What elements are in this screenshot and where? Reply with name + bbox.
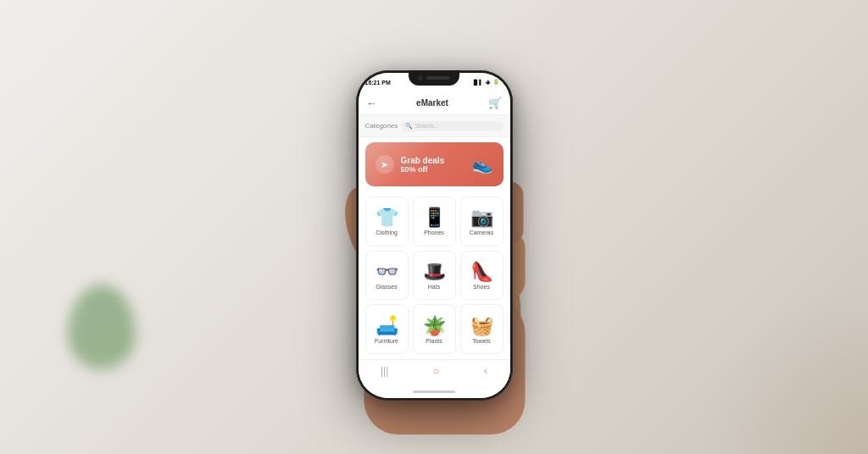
category-item-glasses[interactable]: 👓Glasses: [365, 251, 409, 301]
search-input[interactable]: 🔍 Search...: [401, 121, 503, 131]
category-label-glasses: Glasses: [376, 284, 397, 290]
home-bar: [413, 390, 455, 393]
category-icon-hats: 🎩: [423, 263, 446, 281]
scene: 16:21 PM ▐▌▌ ᯽ 🔋 ← eMarket 🛒: [0, 0, 868, 454]
phone-screen: 16:21 PM ▐▌▌ ᯽ 🔋 ← eMarket 🛒: [359, 73, 510, 398]
nav-menu-icon[interactable]: |||: [381, 365, 388, 377]
banner-text: Grab deals 50% off: [401, 156, 472, 174]
category-item-hats[interactable]: 🎩Hats: [413, 251, 456, 301]
signal-icon: ▐▌▌: [472, 80, 483, 85]
banner-product-icon: 👟: [472, 154, 493, 174]
notch-camera: [418, 75, 423, 80]
cart-button[interactable]: 🛒: [488, 97, 502, 109]
promo-banner[interactable]: ➤ Grab deals 50% off 👟: [365, 142, 504, 186]
category-label-hats: Hats: [428, 284, 440, 290]
status-time: 16:21 PM: [365, 80, 391, 86]
search-bar: Categories 🔍 Search...: [359, 115, 510, 137]
search-placeholder: Search...: [415, 123, 438, 129]
notch: [409, 70, 459, 86]
category-item-shoes[interactable]: 👠Shoes: [460, 251, 504, 301]
category-icon-furniture: 🛋️: [376, 317, 398, 335]
banner-arrow-icon: ➤: [376, 155, 394, 174]
category-label-clothing: Clothing: [376, 230, 398, 235]
nav-back-icon[interactable]: ‹: [484, 365, 487, 377]
category-icon-towels: 🧺: [470, 317, 493, 335]
top-nav: ← eMarket 🛒: [359, 91, 510, 115]
home-indicator: [359, 385, 510, 398]
back-button[interactable]: ←: [367, 97, 377, 109]
category-item-plants[interactable]: 🪴Plants: [413, 304, 456, 354]
app-title: eMarket: [416, 98, 448, 108]
categories-label: Categories: [365, 122, 398, 130]
category-icon-plants: 🪴: [423, 317, 446, 335]
category-label-phones: Phones: [424, 230, 444, 235]
category-icon-cameras: 📷: [470, 208, 493, 227]
category-item-furniture[interactable]: 🛋️Furniture: [365, 304, 409, 354]
category-label-furniture: Furniture: [375, 338, 398, 344]
category-icon-clothing: 👕: [376, 208, 398, 227]
category-item-phones[interactable]: 📱Phones: [413, 197, 456, 246]
category-icon-phones: 📱: [423, 208, 446, 227]
notch-speaker: [426, 76, 450, 80]
banner-title: Grab deals: [401, 156, 472, 165]
battery-icon: 🔋: [492, 79, 500, 86]
search-icon: 🔍: [405, 123, 413, 130]
category-label-shoes: Shoes: [473, 284, 490, 290]
category-icon-glasses: 👓: [376, 263, 398, 281]
bottom-nav: ||| ○ ‹: [359, 359, 510, 385]
phone: 16:21 PM ▐▌▌ ᯽ 🔋 ← eMarket 🛒: [356, 70, 513, 401]
status-icons: ▐▌▌ ᯽ 🔋: [472, 79, 500, 86]
category-icon-shoes: 👠: [470, 263, 493, 281]
category-label-towels: Towels: [472, 338, 490, 344]
category-item-clothing[interactable]: 👕Clothing: [365, 197, 409, 246]
category-item-cameras[interactable]: 📷Cameras: [460, 197, 504, 246]
categories-grid: 👕Clothing📱Phones📷Cameras👓Glasses🎩Hats👠Sh…: [359, 191, 510, 359]
category-label-plants: Plants: [426, 338, 442, 344]
category-item-towels[interactable]: 🧺Towels: [460, 304, 504, 354]
banner-subtitle: 50% off: [401, 165, 472, 174]
phone-body: 16:21 PM ▐▌▌ ᯽ 🔋 ← eMarket 🛒: [356, 70, 513, 401]
category-label-cameras: Cameras: [470, 230, 493, 235]
nav-home-icon[interactable]: ○: [433, 365, 439, 377]
wifi-icon: ᯽: [485, 80, 491, 86]
